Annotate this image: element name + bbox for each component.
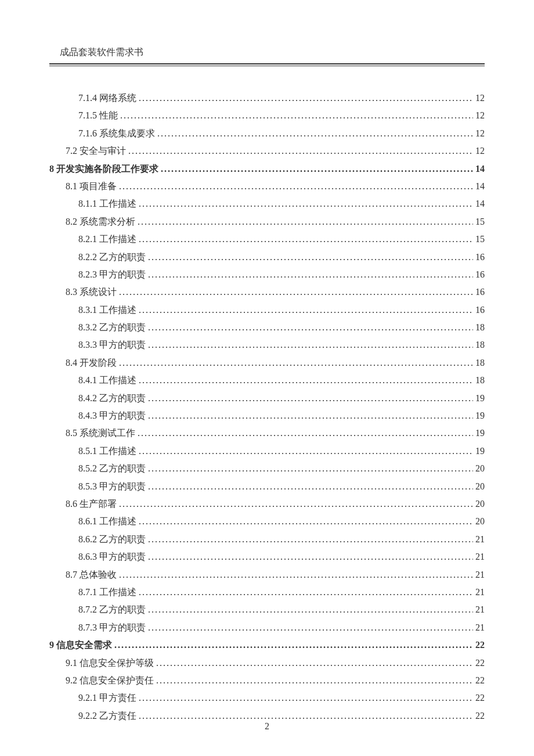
toc-leader-dots xyxy=(139,372,473,389)
toc-entry-page: 14 xyxy=(475,195,485,213)
toc-entry: 8.2.2 乙方的职责16 xyxy=(78,249,485,266)
toc-entry: 8.6.3 甲方的职责21 xyxy=(78,548,485,566)
toc-entry-page: 12 xyxy=(475,89,485,107)
toc-entry-page: 12 xyxy=(475,125,485,142)
toc-leader-dots xyxy=(119,283,473,301)
toc-entry-label: 8.6.1 工作描述 xyxy=(78,513,136,530)
toc-entry-label: 8.5.1 工作描述 xyxy=(78,442,136,460)
toc-entry: 8.6.1 工作描述20 xyxy=(78,513,485,530)
toc-leader-dots xyxy=(148,407,473,424)
page-number: 2 xyxy=(0,721,534,732)
toc-leader-dots xyxy=(148,601,473,618)
toc-leader-dots xyxy=(156,654,473,672)
toc-entry-label: 8.4.2 乙方的职责 xyxy=(78,390,146,407)
toc-entry-label: 8.6 生产部署 xyxy=(66,495,117,513)
toc-entry-page: 14 xyxy=(475,178,485,195)
toc-entry-page: 21 xyxy=(475,548,485,566)
toc-leader-dots xyxy=(157,125,473,142)
toc-entry: 8.4.1 工作描述18 xyxy=(78,372,485,389)
toc-entry-label: 8.3.2 乙方的职责 xyxy=(78,319,146,336)
toc-entry: 7.2 安全与审计12 xyxy=(66,142,485,160)
toc-leader-dots xyxy=(139,195,473,213)
toc-entry-page: 19 xyxy=(475,442,485,460)
toc-entry: 8.4.3 甲方的职责19 xyxy=(78,407,485,424)
toc-entry: 9.2 信息安全保护责任22 xyxy=(66,672,485,689)
toc-entry: 8.1.1 工作描述14 xyxy=(78,195,485,213)
toc-entry-label: 8.4.1 工作描述 xyxy=(78,372,136,389)
toc-entry: 8.2 系统需求分析15 xyxy=(66,213,485,231)
toc-entry-label: 8.3 系统设计 xyxy=(66,283,117,301)
toc-entry: 7.1.5 性能12 xyxy=(78,107,485,124)
toc-entry-page: 12 xyxy=(475,142,485,160)
toc-entry-label: 8.2 系统需求分析 xyxy=(66,213,135,231)
toc-entry-page: 20 xyxy=(475,460,485,477)
toc-leader-dots xyxy=(119,495,473,513)
toc-entry: 8.3.3 甲方的职责18 xyxy=(78,336,485,354)
toc-entry-label: 8 开发实施各阶段工作要求 xyxy=(49,160,158,178)
toc-entry-label: 8.6.3 甲方的职责 xyxy=(78,548,146,566)
toc-entry-page: 22 xyxy=(475,672,485,689)
toc-entry-page: 12 xyxy=(475,107,485,124)
toc-entry-label: 9.1 信息安全保护等级 xyxy=(66,654,154,672)
toc-entry-label: 8.1 项目准备 xyxy=(66,178,117,195)
toc-leader-dots xyxy=(128,142,473,160)
toc-entry-page: 20 xyxy=(475,478,485,495)
toc-leader-dots xyxy=(119,566,473,584)
toc-entry-label: 8.7 总体验收 xyxy=(66,566,117,584)
toc-entry-page: 15 xyxy=(475,231,485,248)
toc-entry: 8.3 系统设计16 xyxy=(66,283,485,301)
toc-entry-label: 8.6.2 乙方的职责 xyxy=(78,531,146,548)
toc-entry-page: 18 xyxy=(475,336,485,354)
toc-entry-label: 9.2.1 甲方责任 xyxy=(78,689,136,707)
toc-entry: 8.3.2 乙方的职责18 xyxy=(78,319,485,336)
toc-entry: 8.2.1 工作描述15 xyxy=(78,231,485,248)
toc-entry-page: 19 xyxy=(475,407,485,424)
toc-entry-label: 7.2 安全与审计 xyxy=(66,142,126,160)
toc-entry-label: 7.1.4 网络系统 xyxy=(78,89,136,107)
toc-entry-page: 14 xyxy=(475,160,485,178)
toc-leader-dots xyxy=(148,266,473,283)
toc-entry-page: 20 xyxy=(475,495,485,513)
toc-entry-label: 7.1.5 性能 xyxy=(78,107,118,124)
toc-entry-page: 22 xyxy=(475,654,485,672)
toc-entry-label: 8.7.2 乙方的职责 xyxy=(78,601,146,618)
table-of-contents: 7.1.4 网络系统127.1.5 性能127.1.6 系统集成要求127.2 … xyxy=(49,89,485,725)
toc-entry-page: 16 xyxy=(475,301,485,319)
toc-entry: 8.7 总体验收21 xyxy=(66,566,485,584)
toc-entry-label: 8.4.3 甲方的职责 xyxy=(78,407,146,424)
toc-entry-label: 8.4 开发阶段 xyxy=(66,354,117,372)
toc-entry: 8.7.3 甲方的职责21 xyxy=(78,619,485,636)
toc-leader-dots xyxy=(139,689,473,707)
toc-entry: 8.4.2 乙方的职责19 xyxy=(78,390,485,407)
toc-entry: 8.7.2 乙方的职责21 xyxy=(78,601,485,618)
toc-entry-page: 21 xyxy=(475,584,485,601)
toc-entry: 8.6 生产部署20 xyxy=(66,495,485,513)
toc-entry-page: 22 xyxy=(475,636,485,654)
toc-leader-dots xyxy=(148,336,473,354)
toc-entry-page: 22 xyxy=(475,689,485,707)
toc-entry: 9 信息安全需求22 xyxy=(49,636,485,654)
toc-entry-page: 21 xyxy=(475,531,485,548)
toc-leader-dots xyxy=(148,531,473,548)
toc-entry-label: 8.1.1 工作描述 xyxy=(78,195,136,213)
toc-entry-label: 8.7.3 甲方的职责 xyxy=(78,619,146,636)
toc-leader-dots xyxy=(161,160,473,178)
toc-leader-dots xyxy=(139,231,473,248)
toc-leader-dots xyxy=(156,672,473,689)
toc-entry-page: 18 xyxy=(475,372,485,389)
toc-leader-dots xyxy=(120,107,473,124)
toc-leader-dots xyxy=(148,548,473,566)
toc-entry-label: 9 信息安全需求 xyxy=(49,636,112,654)
toc-entry-page: 21 xyxy=(475,619,485,636)
document-page: 成品套装软件需求书 7.1.4 网络系统127.1.5 性能127.1.6 系统… xyxy=(0,0,534,756)
toc-entry-label: 8.7.1 工作描述 xyxy=(78,584,136,601)
toc-entry: 8.5.3 甲方的职责20 xyxy=(78,478,485,495)
toc-leader-dots xyxy=(139,584,473,601)
toc-leader-dots xyxy=(139,301,473,319)
header-rule-bottom xyxy=(49,66,485,66)
toc-entry-page: 15 xyxy=(475,213,485,231)
toc-entry: 8.3.1 工作描述16 xyxy=(78,301,485,319)
toc-entry: 8.2.3 甲方的职责16 xyxy=(78,266,485,283)
toc-entry-label: 7.1.6 系统集成要求 xyxy=(78,125,155,142)
toc-leader-dots xyxy=(148,319,473,336)
